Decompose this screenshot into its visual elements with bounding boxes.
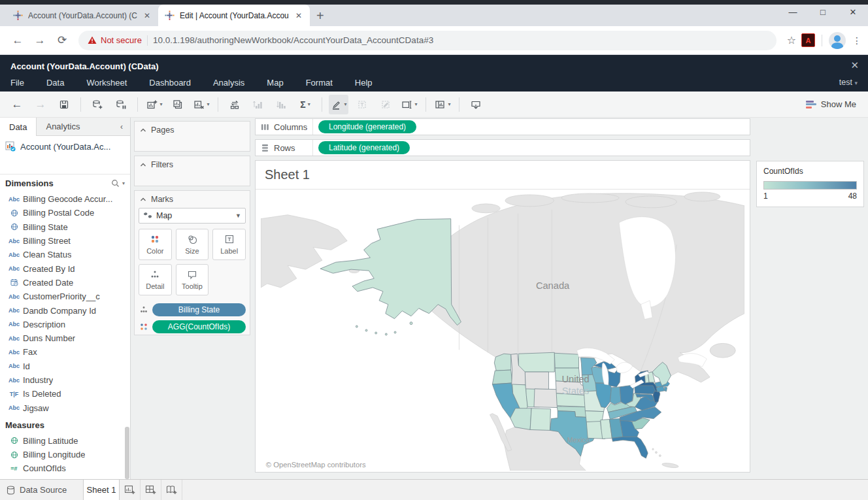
collapse-icon[interactable]: [140, 127, 146, 133]
state-CT[interactable]: [656, 386, 665, 392]
highlight-button[interactable]: ▾: [329, 95, 348, 114]
map-view[interactable]: Canada United States Mexico © OpenStreet…: [261, 190, 744, 471]
sheet-title[interactable]: Sheet 1: [256, 161, 750, 190]
tab-analytics[interactable]: Analytics: [37, 118, 89, 135]
rows-shelf[interactable]: Rows Latitude (generated): [255, 139, 750, 156]
state-NM[interactable]: [530, 408, 550, 431]
presentation-mode-button[interactable]: [466, 95, 486, 114]
field-row[interactable]: AbcClean Status: [0, 248, 130, 261]
new-data-source-button[interactable]: [88, 95, 107, 114]
annotate-button[interactable]: [376, 95, 395, 114]
scrollbar[interactable]: [125, 427, 129, 479]
adobe-extension-icon[interactable]: A: [801, 33, 815, 47]
new-tab-button[interactable]: +: [316, 8, 324, 24]
state-RI[interactable]: [665, 387, 667, 392]
state-OR[interactable]: [492, 370, 512, 384]
show-me-button[interactable]: Show Me: [806, 99, 863, 109]
bookmark-star-icon[interactable]: ☆: [787, 34, 796, 46]
pause-auto-updates-button[interactable]: [111, 95, 131, 114]
field-row[interactable]: AbcCustomerPriority__c: [0, 290, 130, 303]
browser-forward-icon[interactable]: →: [29, 34, 51, 47]
save-button[interactable]: [54, 95, 74, 114]
collapse-icon[interactable]: [140, 197, 146, 202]
search-icon[interactable]: [111, 179, 120, 188]
field-row[interactable]: AbcBilling Geocode Accur...: [0, 192, 130, 206]
menu-worksheet[interactable]: Worksheet: [86, 78, 127, 88]
state-MT[interactable]: [518, 352, 554, 372]
field-row[interactable]: AbcDandb Company Id: [0, 303, 130, 317]
field-row[interactable]: AbcDescription: [0, 318, 130, 331]
field-row[interactable]: Billing State: [0, 220, 130, 234]
field-row[interactable]: AbcCreated By Id: [0, 261, 130, 275]
chevron-down-icon[interactable]: ▾: [122, 180, 125, 186]
pill-latitude[interactable]: Latitude (generated): [318, 141, 410, 154]
new-worksheet-button[interactable]: [120, 480, 141, 500]
field-row[interactable]: #Number Of Employees: [0, 476, 130, 479]
field-row[interactable]: Billing Latitude: [0, 434, 130, 448]
pill-billing-state[interactable]: Billing State: [152, 303, 246, 316]
redo-button[interactable]: →: [31, 95, 50, 114]
address-bar[interactable]: Not secure 10.0.1.198/authoringNewWorkbo…: [78, 31, 776, 50]
swap-rows-columns-button[interactable]: [225, 95, 244, 114]
field-row[interactable]: AbcId: [0, 359, 130, 373]
field-row[interactable]: T|FIs Deleted: [0, 387, 130, 401]
label-button[interactable]: Label: [212, 229, 246, 260]
detail-button[interactable]: Detail: [139, 264, 172, 295]
field-row[interactable]: AbcJigsaw: [0, 401, 130, 414]
not-secure-warning[interactable]: Not secure: [88, 35, 142, 45]
user-menu[interactable]: test ▾: [839, 78, 858, 87]
collapse-pane-icon[interactable]: ‹: [113, 118, 130, 135]
field-row[interactable]: AbcFax: [0, 345, 130, 359]
pill-agg-countofids[interactable]: AGG(CountOfIds): [152, 320, 246, 333]
state-WA[interactable]: [494, 354, 510, 371]
field-row[interactable]: =#CountOfIds: [0, 461, 130, 475]
menu-dashboard[interactable]: Dashboard: [149, 78, 191, 88]
color-legend[interactable]: CountOfIds 1 48: [756, 161, 864, 207]
menu-format[interactable]: Format: [306, 78, 333, 88]
collapse-icon[interactable]: [140, 162, 146, 167]
field-row[interactable]: AbcDuns Number: [0, 331, 130, 345]
browser-profile-avatar[interactable]: [829, 32, 846, 49]
sheet-tab-active[interactable]: Sheet 1: [83, 480, 120, 500]
data-source-tab[interactable]: Data Source: [0, 480, 84, 500]
menu-help[interactable]: Help: [355, 78, 373, 88]
show-hide-cards-button[interactable]: ▾: [433, 95, 452, 114]
field-row[interactable]: AbcBilling Street: [0, 234, 130, 248]
state-ND[interactable]: [554, 353, 578, 368]
close-authoring-icon[interactable]: ✕: [850, 57, 859, 71]
field-row[interactable]: Billing Longitude: [0, 448, 130, 461]
field-row[interactable]: Created Date: [0, 276, 130, 290]
filters-card[interactable]: Filters: [134, 156, 250, 186]
pill-longitude[interactable]: Longitude (generated): [318, 120, 416, 133]
totals-button[interactable]: Σ▾: [295, 95, 315, 114]
field-row[interactable]: AbcIndustry: [0, 373, 130, 387]
new-dashboard-button[interactable]: [141, 480, 161, 500]
menu-analysis[interactable]: Analysis: [213, 78, 244, 88]
new-story-button[interactable]: [161, 480, 182, 500]
field-row[interactable]: Billing Postal Code: [0, 206, 130, 220]
tab-close-icon[interactable]: ✕: [294, 11, 303, 20]
fit-view-button[interactable]: ▾: [399, 95, 419, 114]
tooltip-button[interactable]: Tooltip: [176, 264, 209, 295]
browser-reload-icon[interactable]: ⟳: [51, 33, 73, 47]
browser-back-icon[interactable]: ←: [7, 34, 29, 47]
pages-card[interactable]: Pages: [134, 121, 250, 152]
mark-type-dropdown[interactable]: Map ▼: [139, 208, 246, 224]
browser-tab-1[interactable]: Account (YourData.Account) (CDa ✕: [7, 5, 158, 26]
undo-button[interactable]: ←: [7, 95, 27, 114]
window-close-button[interactable]: ✕: [838, 2, 868, 22]
duplicate-sheet-button[interactable]: [168, 95, 188, 114]
sort-descending-button[interactable]: [272, 95, 292, 114]
window-minimize-button[interactable]: —: [778, 2, 808, 22]
columns-shelf[interactable]: Columns Longitude (generated): [255, 118, 750, 135]
menu-map[interactable]: Map: [267, 78, 283, 88]
size-button[interactable]: Size: [176, 229, 209, 260]
state-IN[interactable]: [610, 387, 621, 405]
browser-menu-icon[interactable]: ⋮: [852, 35, 861, 46]
state-WY[interactable]: [525, 372, 548, 390]
show-mark-labels-button[interactable]: [352, 95, 372, 114]
menu-data[interactable]: Data: [46, 78, 64, 88]
tab-close-icon[interactable]: ✕: [142, 11, 152, 20]
data-source-item[interactable]: Account (YourData.Ac...: [0, 136, 130, 157]
sort-ascending-button[interactable]: [248, 95, 268, 114]
